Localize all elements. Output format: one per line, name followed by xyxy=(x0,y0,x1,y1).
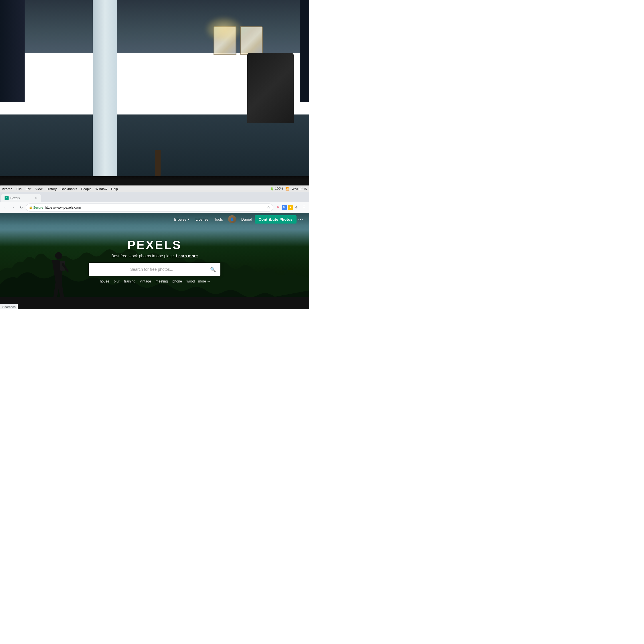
menu-time: Wed 16:15 xyxy=(292,187,307,191)
monitor-bottom-strip xyxy=(0,297,309,309)
active-tab[interactable]: P Pexels ✕ xyxy=(1,194,41,202)
suggestion-training[interactable]: training xyxy=(123,279,137,284)
menu-app-name[interactable]: hrome xyxy=(2,187,12,191)
window-glow xyxy=(207,18,241,41)
refresh-button[interactable]: ↻ xyxy=(18,204,25,211)
pexels-search-bar[interactable]: Search for free photos... 🔍 xyxy=(89,263,220,276)
menu-help[interactable]: Help xyxy=(111,187,118,191)
tagline-text: Best free stock photos in one place. xyxy=(111,254,175,258)
office-pillar xyxy=(93,0,117,176)
nav-tools[interactable]: Tools xyxy=(214,217,223,222)
nav-browse-label: Browse xyxy=(174,217,186,222)
address-right-icons: ☆ xyxy=(267,206,270,210)
nav-more-button[interactable]: ⋯ xyxy=(297,215,305,223)
address-bar[interactable]: 🔒 Secure https://www.pexels.com ☆ xyxy=(26,204,273,212)
pexels-website: Browse ▼ License Tools 👤 Daniel Contribu… xyxy=(0,213,309,309)
suggestion-vintage[interactable]: vintage xyxy=(139,279,152,284)
menu-edit[interactable]: Edit xyxy=(26,187,31,191)
plant-pot xyxy=(155,150,161,176)
pexels-navbar: Browse ▼ License Tools 👤 Daniel Contribu… xyxy=(0,213,309,226)
office-chair xyxy=(247,53,294,123)
user-avatar[interactable]: 👤 xyxy=(228,215,236,223)
url-display[interactable]: https://www.pexels.com xyxy=(45,206,265,210)
pexels-logo: PEXELS xyxy=(31,238,278,252)
learn-more-link[interactable]: Learn more xyxy=(176,254,198,258)
pinterest-icon[interactable]: P xyxy=(276,205,281,210)
pexels-tagline: Best free stock photos in one place. Lea… xyxy=(31,254,278,258)
chrome-statusbar: Searches xyxy=(0,304,18,309)
avatar-icon: 👤 xyxy=(230,218,234,221)
menu-items: hrome File Edit View History Bookmarks P… xyxy=(2,187,118,191)
menu-wifi: 📶 xyxy=(285,187,289,191)
suggestion-phone[interactable]: phone xyxy=(171,279,183,284)
forward-icon: › xyxy=(13,205,14,210)
browser-window: hrome File Edit View History Bookmarks P… xyxy=(0,185,309,309)
menu-people[interactable]: People xyxy=(81,187,92,191)
tab-favicon: P xyxy=(5,196,9,200)
suggestion-wood[interactable]: wood xyxy=(185,279,196,284)
search-suggestions: house blur training vintage meeting phon… xyxy=(31,279,278,284)
secure-badge: 🔒 Secure xyxy=(29,206,43,209)
extension-icons: P G ★ ⚙ xyxy=(274,205,300,210)
menu-file[interactable]: File xyxy=(16,187,22,191)
bookmark-icon[interactable]: ☆ xyxy=(267,206,270,210)
menu-history[interactable]: History xyxy=(46,187,57,191)
refresh-icon: ↻ xyxy=(20,205,23,210)
contribute-photos-button[interactable]: Contribute Photos xyxy=(255,215,297,224)
secure-label: Secure xyxy=(33,206,43,209)
tab-close-button[interactable]: ✕ xyxy=(34,196,38,200)
ext-icon-1[interactable]: G xyxy=(282,205,287,210)
search-placeholder: Search for free photos... xyxy=(93,267,210,272)
office-ceiling xyxy=(0,0,309,53)
lock-icon: 🔒 xyxy=(29,206,32,209)
forward-button[interactable]: › xyxy=(10,204,17,211)
nav-browse[interactable]: Browse ▼ xyxy=(174,217,190,222)
nav-license[interactable]: License xyxy=(195,217,208,222)
window-panel-2 xyxy=(240,26,263,55)
nav-username[interactable]: Daniel xyxy=(241,217,252,222)
office-dark-left xyxy=(0,0,25,102)
macos-menubar: hrome File Edit View History Bookmarks P… xyxy=(0,185,309,192)
suggestion-blur[interactable]: blur xyxy=(113,279,121,284)
toolbar-right: P G ★ ⚙ ⋮ xyxy=(274,204,307,211)
menu-bookmarks[interactable]: Bookmarks xyxy=(61,187,77,191)
back-button[interactable]: ‹ xyxy=(2,204,9,211)
statusbar-text: Searches xyxy=(2,305,15,309)
chrome-menu-button[interactable]: ⋮ xyxy=(301,204,307,211)
suggestion-more[interactable]: more → xyxy=(198,279,210,284)
menu-battery: 🔋 100% xyxy=(270,187,283,191)
menu-right: 🔋 100% 📶 Wed 16:15 xyxy=(270,187,307,191)
office-background xyxy=(0,0,309,176)
menu-window[interactable]: Window xyxy=(95,187,107,191)
suggestion-house[interactable]: house xyxy=(99,279,110,284)
suggestion-meeting[interactable]: meeting xyxy=(155,279,169,284)
search-icon[interactable]: 🔍 xyxy=(210,267,216,272)
chrome-tabs-bar: P Pexels ✕ xyxy=(0,192,309,202)
ext-icon-3[interactable]: ⚙ xyxy=(294,205,299,210)
back-icon: ‹ xyxy=(5,205,6,210)
browse-dropdown-icon: ▼ xyxy=(187,218,190,221)
more-icon: ⋯ xyxy=(298,216,303,222)
menu-view[interactable]: View xyxy=(35,187,43,191)
ext-icon-2[interactable]: ★ xyxy=(288,205,293,210)
pexels-hero-content: PEXELS Best free stock photos in one pla… xyxy=(31,238,278,284)
tab-title: Pexels xyxy=(10,196,32,200)
office-plants xyxy=(139,70,176,176)
chrome-toolbar: ‹ › ↻ 🔒 Secure https://www.pexels.com ☆ … xyxy=(0,202,309,213)
more-label: more → xyxy=(198,279,210,283)
office-dark-right xyxy=(300,0,309,102)
